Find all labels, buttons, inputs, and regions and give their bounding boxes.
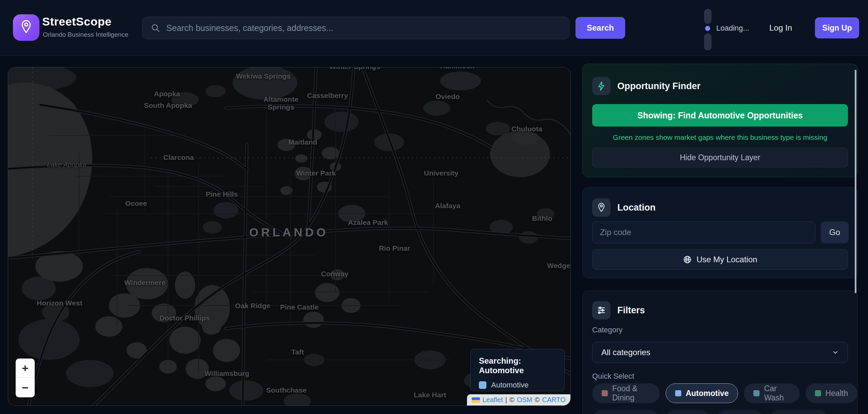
attribution-copyright: © <box>510 396 515 404</box>
map-legend: Searching: Automotive Automotive <box>470 349 565 391</box>
legend-item: Automotive <box>479 381 556 390</box>
location-pin-icon <box>592 198 611 217</box>
category-select[interactable]: All categories <box>592 342 848 363</box>
quick-select-chip[interactable]: Health <box>805 383 857 403</box>
location-title: Location <box>617 202 656 213</box>
zip-code-input[interactable] <box>592 221 815 243</box>
quick-select-chip[interactable]: Car Wash <box>744 383 799 403</box>
map-pin-icon <box>19 19 33 36</box>
attribution-leaflet-link[interactable]: Leaflet <box>482 396 503 404</box>
opportunity-finder-panel: Opportunity Finder Showing: Find Automot… <box>582 64 858 177</box>
chip-label: Food & Dining <box>612 384 650 402</box>
legend-label: Automotive <box>491 381 529 390</box>
opportunity-hint-text: Green zones show market gaps where this … <box>583 133 857 142</box>
quick-select-chip-partial[interactable] <box>770 410 828 414</box>
chevron-down-icon <box>832 349 839 356</box>
loading-dot <box>705 26 710 31</box>
zoom-out-button[interactable]: − <box>16 378 35 397</box>
signup-button[interactable]: Sign Up <box>815 17 859 38</box>
map-zoom-control: + − <box>16 359 35 397</box>
loading-status: Loading... <box>716 24 749 33</box>
sliders-icon <box>592 301 611 319</box>
quick-select-chips-overflow <box>592 410 828 414</box>
quick-select-chip-partial[interactable] <box>666 410 710 414</box>
chip-color-swatch <box>675 390 681 396</box>
go-button[interactable]: Go <box>821 221 849 243</box>
category-selected-value: All categories <box>601 348 832 357</box>
search-bar <box>142 17 569 39</box>
loading-track-top <box>704 9 712 24</box>
map-attribution: Leaflet | © OSM © CARTO <box>467 394 570 405</box>
chip-label: Health <box>825 389 848 398</box>
search-button[interactable]: Search <box>575 17 625 39</box>
map-canvas[interactable]: Winter SpringsHammockWekiwa SpringsApopk… <box>8 67 571 406</box>
streetscope-app: StreetScope Orlando Business Intelligenc… <box>0 0 868 414</box>
attribution-carto-link[interactable]: CARTO <box>542 396 566 404</box>
use-my-location-label: Use My Location <box>697 255 757 264</box>
chip-color-swatch <box>815 390 821 396</box>
globe-icon <box>683 255 692 264</box>
chip-label: Car Wash <box>764 384 790 402</box>
login-link[interactable]: Log In <box>769 23 792 33</box>
ukraine-flag-icon <box>472 397 480 403</box>
header: StreetScope Orlando Business Intelligenc… <box>0 0 868 56</box>
category-label: Category <box>592 326 622 334</box>
hide-opportunity-layer-button[interactable]: Hide Opportunity Layer <box>592 148 848 167</box>
attribution-separator: | <box>505 396 507 404</box>
opportunity-finder-title: Opportunity Finder <box>617 81 700 92</box>
filters-panel: Filters Category All categories Quick Se… <box>582 291 858 414</box>
quick-select-chip-partial[interactable] <box>717 410 763 414</box>
quick-select-chips: Food & DiningAutomotiveCar WashHealth <box>592 383 857 403</box>
quick-select-chip[interactable]: Automotive <box>666 383 738 403</box>
showing-opportunities-banner[interactable]: Showing: Find Automotive Opportunities <box>592 104 848 127</box>
loading-track-bottom <box>704 33 712 50</box>
app-name: StreetScope <box>42 15 112 28</box>
legend-swatch <box>479 381 486 389</box>
lightning-bolt-icon <box>592 77 611 95</box>
attribution-copyright: © <box>535 396 540 404</box>
app-logo <box>13 14 39 41</box>
zoom-in-button[interactable]: + <box>16 359 35 378</box>
chip-color-swatch <box>602 390 608 396</box>
chip-label: Automotive <box>686 389 729 398</box>
location-panel: Location Go Use My Location <box>582 187 858 278</box>
use-my-location-button[interactable]: Use My Location <box>592 249 848 270</box>
quick-select-chip[interactable]: Food & Dining <box>592 383 660 403</box>
search-icon <box>151 23 160 33</box>
quick-select-label: Quick Select <box>592 372 634 381</box>
filters-title: Filters <box>617 305 645 316</box>
sidebar-scrollbar[interactable] <box>855 70 856 293</box>
chip-color-swatch <box>753 390 760 396</box>
attribution-osm-link[interactable]: OSM <box>517 396 532 404</box>
legend-title: Searching: Automotive <box>479 356 556 375</box>
quick-select-chip-partial[interactable] <box>592 410 659 414</box>
legend-items: Automotive <box>479 381 556 390</box>
search-input[interactable] <box>166 23 564 33</box>
app-tagline: Orlando Business Intelligence <box>43 31 128 38</box>
